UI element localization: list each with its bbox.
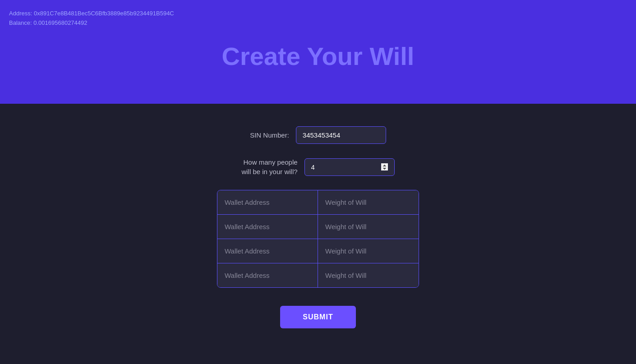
beneficiaries-grid — [217, 190, 419, 288]
balance-value: 0.001695680274492 — [33, 19, 87, 26]
weight-of-will-2[interactable] — [318, 215, 419, 239]
wallet-address-1[interactable] — [217, 190, 318, 215]
sin-label: SIN Number: — [250, 131, 289, 139]
people-count-row: How many people will be in your will? — [115, 157, 521, 176]
address-label: Address: — [9, 10, 32, 17]
people-label: How many people will be in your will? — [241, 157, 297, 176]
form-section: SIN Number: How many people will be in y… — [115, 126, 521, 328]
address-value: 0x891C7e8B481Bec5C6Bfb3889e85b9234491B59… — [34, 10, 174, 17]
people-spinner[interactable] — [304, 158, 395, 176]
weight-of-will-3[interactable] — [318, 239, 419, 263]
header-section: Address: 0x891C7e8B481Bec5C6Bfb3889e85b9… — [0, 0, 636, 104]
sin-input[interactable] — [296, 126, 386, 144]
wallet-address-4[interactable] — [217, 263, 318, 287]
address-info: Address: 0x891C7e8B481Bec5C6Bfb3889e85b9… — [9, 9, 627, 28]
people-count-input[interactable] — [304, 158, 395, 176]
weight-of-will-4[interactable] — [318, 263, 419, 287]
sin-number-row: SIN Number: — [115, 126, 521, 144]
main-content: SIN Number: How many people will be in y… — [0, 104, 636, 364]
wallet-address-2[interactable] — [217, 215, 318, 239]
page-title: Create Your Will — [9, 41, 627, 71]
submit-button[interactable]: SUBMIT — [280, 306, 355, 328]
weight-of-will-1[interactable] — [318, 190, 419, 215]
wallet-address-3[interactable] — [217, 239, 318, 263]
balance-label: Balance: — [9, 19, 32, 26]
